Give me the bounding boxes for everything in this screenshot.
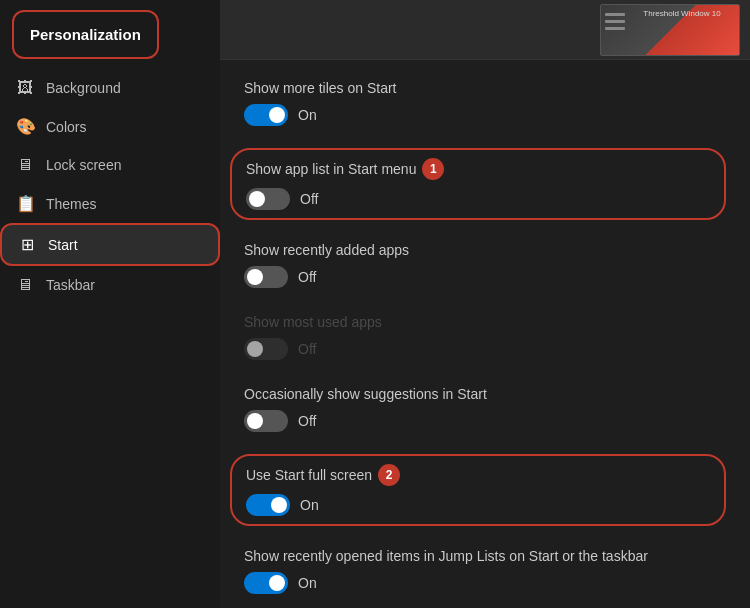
setting-show-most-used: Show most used apps Off: [244, 310, 726, 364]
toggle-row: On: [244, 572, 726, 594]
preview-line: [605, 27, 625, 30]
sidebar-item-start[interactable]: ⊞ Start: [0, 223, 220, 266]
setting-show-recently-added: Show recently added apps Off: [244, 238, 726, 292]
lock-screen-icon: 🖥: [16, 156, 34, 174]
setting-label: Show most used apps: [244, 314, 726, 330]
main-content: Threshold Window 10 Show more tiles on S…: [220, 0, 750, 608]
setting-label: Show recently opened items in Jump Lists…: [244, 548, 726, 564]
toggle-show-recently-added[interactable]: [244, 266, 288, 288]
settings-content: Show more tiles on Start On Show app lis…: [220, 60, 750, 608]
start-icon: ⊞: [18, 235, 36, 254]
setting-show-app-list: Show app list in Start menu 1 Off: [230, 148, 726, 220]
setting-label: Show recently added apps: [244, 242, 726, 258]
themes-icon: 📋: [16, 194, 34, 213]
toggle-value: Off: [298, 269, 316, 285]
sidebar-item-label: Start: [48, 237, 78, 253]
toggle-value: On: [298, 107, 317, 123]
setting-show-recently-opened: Show recently opened items in Jump Lists…: [244, 544, 726, 598]
annotation-2: 2: [378, 464, 400, 486]
preview-label: Threshold Window 10: [643, 9, 720, 18]
toggle-show-recently-opened[interactable]: [244, 572, 288, 594]
sidebar-item-label: Taskbar: [46, 277, 95, 293]
preview-line: [605, 13, 625, 16]
toggle-row: Off: [244, 266, 726, 288]
sidebar: Personalization 🖼 Background 🎨 Colors 🖥 …: [0, 0, 220, 608]
toggle-value: Off: [298, 413, 316, 429]
toggle-show-most-used[interactable]: [244, 338, 288, 360]
preview-lines: [605, 13, 625, 30]
preview-thumbnail: Threshold Window 10: [600, 4, 740, 56]
sidebar-item-background[interactable]: 🖼 Background: [0, 69, 220, 107]
setting-label: Occasionally show suggestions in Start: [244, 386, 726, 402]
setting-show-more-tiles: Show more tiles on Start On: [244, 76, 726, 130]
toggle-value: Off: [298, 341, 316, 357]
toggle-row: Off: [244, 410, 726, 432]
toggle-value: Off: [300, 191, 318, 207]
sidebar-item-colors[interactable]: 🎨 Colors: [0, 107, 220, 146]
sidebar-item-label: Themes: [46, 196, 97, 212]
toggle-value: On: [300, 497, 319, 513]
sidebar-item-label: Background: [46, 80, 121, 96]
colors-icon: 🎨: [16, 117, 34, 136]
toggle-value: On: [298, 575, 317, 591]
sidebar-item-lock-screen[interactable]: 🖥 Lock screen: [0, 146, 220, 184]
taskbar-icon: 🖥: [16, 276, 34, 294]
preview-area: Threshold Window 10: [220, 0, 750, 60]
toggle-show-more-tiles[interactable]: [244, 104, 288, 126]
setting-show-suggestions: Occasionally show suggestions in Start O…: [244, 382, 726, 436]
background-icon: 🖼: [16, 79, 34, 97]
setting-label: Show more tiles on Start: [244, 80, 726, 96]
setting-label: Show app list in Start menu: [246, 161, 416, 177]
toggle-show-suggestions[interactable]: [244, 410, 288, 432]
toggle-row: On: [244, 104, 726, 126]
toggle-row: Off: [246, 188, 710, 210]
preview-line: [605, 20, 625, 23]
sidebar-title: Personalization: [12, 10, 159, 59]
sidebar-item-label: Lock screen: [46, 157, 121, 173]
toggle-start-full-screen[interactable]: [246, 494, 290, 516]
toggle-row: On: [246, 494, 710, 516]
setting-start-full-screen: Use Start full screen 2 On: [230, 454, 726, 526]
toggle-show-app-list[interactable]: [246, 188, 290, 210]
setting-label: Use Start full screen: [246, 467, 372, 483]
sidebar-item-label: Colors: [46, 119, 86, 135]
annotation-1: 1: [422, 158, 444, 180]
sidebar-item-themes[interactable]: 📋 Themes: [0, 184, 220, 223]
sidebar-item-taskbar[interactable]: 🖥 Taskbar: [0, 266, 220, 304]
toggle-row: Off: [244, 338, 726, 360]
